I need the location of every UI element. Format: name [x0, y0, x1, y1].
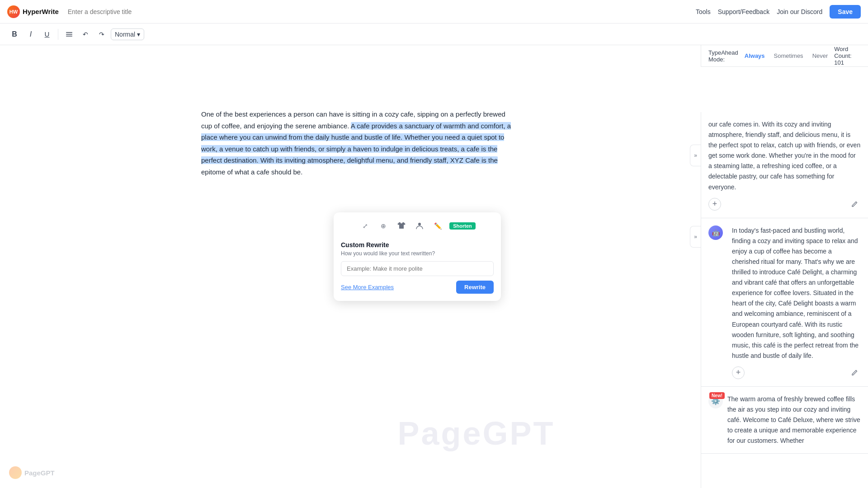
logo-area: HW HyperWrite — [7, 5, 59, 18]
move-icon[interactable]: ⤢ — [359, 220, 372, 232]
bold-button[interactable]: B — [7, 27, 22, 42]
app-name: HyperWrite — [23, 8, 59, 15]
add-block-2-button[interactable]: + — [732, 366, 745, 379]
ai-block-1: our cafe comes in. With its cozy and inv… — [701, 112, 868, 218]
toolbar-divider — [58, 29, 58, 40]
svg-rect-0 — [66, 32, 72, 33]
title-input[interactable] — [68, 8, 249, 15]
ai-block-actions-2: + — [732, 366, 861, 379]
highlighted-text: A cafe provides a sanctuary of warmth an… — [201, 122, 511, 164]
format-label: Normal — [115, 31, 135, 38]
shorten-badge: Shorten — [449, 222, 476, 230]
add-block-1-button[interactable]: + — [708, 198, 721, 211]
ai-block-actions-1: + — [708, 198, 861, 211]
editor-content: One of the best experiences a person can… — [201, 108, 518, 178]
tools-link[interactable]: Tools — [696, 8, 711, 15]
redo-button[interactable]: ↷ — [94, 27, 109, 42]
word-count: Word Count: 101 — [834, 46, 861, 66]
support-link[interactable]: Support/Feedback — [718, 8, 769, 15]
rewrite-input[interactable] — [341, 261, 494, 276]
rewrite-popup: ⤢ ⊕ ✏️ Shorten Custom Rewrite How you — [334, 212, 501, 301]
typeahead-never[interactable]: Never — [810, 52, 831, 60]
svg-rect-2 — [66, 36, 72, 37]
underline-button[interactable]: U — [40, 27, 54, 42]
top-nav: HW HyperWrite Tools Support/Feedback Joi… — [0, 0, 868, 23]
edit-block-1-button[interactable] — [848, 198, 861, 211]
nav-right: Tools Support/Feedback Join our Discord … — [696, 5, 861, 19]
undo-button[interactable]: ↶ — [78, 27, 93, 42]
person-icon[interactable] — [413, 220, 426, 232]
pencil-icon[interactable]: ✏️ — [431, 220, 444, 232]
svg-rect-1 — [66, 34, 72, 35]
tshirt-icon[interactable] — [395, 220, 408, 232]
expand-sidebar-button[interactable]: » — [690, 226, 701, 248]
edit-block-2-button[interactable] — [848, 366, 861, 379]
format-select[interactable]: Normal ▾ — [111, 28, 144, 40]
page-watermark: PageGPT — [397, 415, 555, 452]
ai-block-text-3: The warm aroma of freshly brewed coffee … — [727, 394, 861, 446]
ai-block-2: 🤖 In today's fast-paced and bustling wor… — [701, 218, 868, 387]
popup-footer: See More Examples Rewrite — [341, 281, 494, 294]
popup-subtitle: How you would like your text rewritten? — [341, 250, 494, 257]
typeahead-always[interactable]: Always — [742, 52, 768, 60]
typeahead-label: TypeAhead Mode: — [708, 49, 738, 63]
save-button[interactable]: Save — [830, 5, 861, 19]
editor-toolbar: B I U ↶ ↷ Normal ▾ — [0, 23, 868, 45]
svg-point-3 — [418, 223, 421, 225]
ai-block-3: ⚙️ New! The warm aroma of freshly brewed… — [701, 387, 868, 454]
logo-icon: HW — [7, 5, 20, 18]
popup-title: Custom Rewrite — [341, 241, 494, 249]
center-icon[interactable]: ⊕ — [377, 220, 390, 232]
ai-block-text-2: In today's fast-paced and bustling world… — [732, 225, 861, 361]
popup-toolbar: ⤢ ⊕ ✏️ Shorten — [341, 220, 494, 236]
editor-area[interactable]: » One of the best experiences a person c… — [0, 90, 701, 488]
rewrite-button[interactable]: Rewrite — [456, 281, 494, 294]
discord-link[interactable]: Join our Discord — [777, 8, 822, 15]
main-layout: » One of the best experiences a person c… — [0, 90, 868, 488]
ai-block-text-1: our cafe comes in. With its cozy and inv… — [708, 119, 861, 192]
italic-button[interactable]: I — [24, 27, 38, 42]
avatar-wrapper-3: ⚙️ New! — [708, 394, 723, 446]
typeahead-bar: TypeAhead Mode: Always Sometimes Never W… — [701, 45, 868, 67]
paragraph-1: One of the best experiences a person can… — [201, 108, 518, 178]
see-examples-link[interactable]: See More Examples — [341, 284, 394, 291]
new-badge: New! — [709, 392, 725, 399]
robot-avatar: 🤖 — [708, 225, 723, 240]
chevron-down-icon: ▾ — [137, 31, 140, 38]
right-sidebar: our cafe comes in. With its cozy and inv… — [701, 112, 868, 488]
indent-button[interactable] — [62, 27, 76, 42]
typeahead-sometimes[interactable]: Sometimes — [771, 52, 806, 60]
